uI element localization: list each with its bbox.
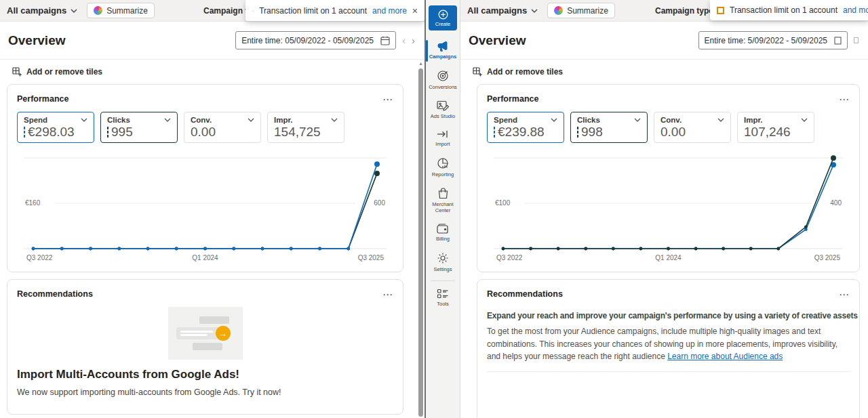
campaign-scope-dropdown[interactable]: All campaigns [7,5,77,16]
scrollbar-thumb[interactable] [418,68,423,417]
metric-tile-clicks[interactable]: Clicks 995 [100,112,178,143]
close-icon[interactable]: × [412,6,418,16]
topbar: All campaigns Summarize Campaign type: A… [0,0,425,22]
sidebar-item-label: Ads Studio [431,113,455,119]
metric-label: Clicks [107,116,130,124]
metric-label: Clicks [577,116,600,124]
copilot-icon [554,6,563,15]
metric-label: Impr. [274,116,292,124]
summarize-label: Summarize [567,6,608,16]
sidebar-item-merchant-center[interactable]: Merchant Center [426,183,460,219]
chevron-down-icon[interactable] [331,118,338,122]
metric-tile-spend[interactable]: Spend €298.03 [17,112,94,143]
sidebar-item-conversions[interactable]: Conversions [426,65,460,96]
sidebar-item-settings[interactable]: Settings [426,247,460,278]
image-pen-icon [437,100,449,111]
recommendation-heading: Expand your reach and improve your campa… [487,311,850,320]
performance-chart: €160600Q3 2022Q1 2024Q3 2025 [17,147,393,264]
performance-card-title: Performance [487,94,538,104]
metric-cursor [494,127,495,138]
metric-tile-impressions[interactable]: Impr. 107,246 [737,112,814,143]
notification-message: Transaction limit on 1 account [730,5,837,15]
svg-text:€100: €100 [495,199,511,207]
metric-tile-spend[interactable]: Spend €239.88 [487,112,564,143]
chevron-down-icon [71,9,77,13]
metric-tile-clicks[interactable]: Clicks 998 [570,112,648,143]
gear-icon [437,252,449,264]
date-range-controls: Entire time: 5/09/2022 - 5/09/2025 [698,31,859,49]
date-range-picker[interactable]: Entire time: 5/09/2022 - 5/09/2025 [698,31,848,49]
scroll-up-arrow[interactable]: ▲ [418,60,424,68]
learn-more-link[interactable]: Learn more about Audience ads [667,352,783,361]
notification-and-more-link[interactable]: and more [372,6,407,16]
recommendations-card: Recommendations ⋯ → Import Multi-Account… [7,279,403,415]
copilot-icon [94,6,102,15]
campaign-scope-label: All campaigns [7,5,66,16]
chevron-down-icon[interactable] [551,118,557,122]
card-divider [487,371,850,372]
metric-value: 0.00 [191,125,216,140]
recommendations-card-title: Recommendations [487,289,563,299]
recommendation-body-text: To get the most from your Audience campa… [487,327,837,361]
summarize-button[interactable]: Summarize [87,3,155,18]
add-or-remove-tiles-button[interactable]: Add or remove tiles [460,60,868,84]
svg-text:Q3 2025: Q3 2025 [358,254,384,262]
panel-left: All campaigns Summarize Campaign type: A… [0,0,425,418]
sidebar-item-ads-studio[interactable]: Ads Studio [426,96,460,125]
sidebar-item-label: Import [435,141,450,147]
metric-tile-conversions[interactable]: Conv. 0.00 [654,112,731,143]
more-menu-icon[interactable]: ⋯ [839,94,850,104]
megaphone-icon [437,41,450,51]
campaign-scope-dropdown[interactable]: All campaigns [467,5,538,16]
metric-label: Conv. [191,116,212,124]
performance-chart: €100400Q3 2022Q1 2024Q3 2025 [487,147,850,264]
metric-tiles: Spend €298.03 Clicks 995 Conv. 0.00 Impr… [17,112,393,143]
metric-tile-impressions[interactable]: Impr. 154,725 [267,112,344,143]
sidebar-item-tools[interactable]: Tools [426,284,460,312]
summarize-label: Summarize [106,6,148,16]
chevron-down-icon[interactable] [248,118,254,122]
recommendation-body: To get the most from your Audience campa… [487,325,850,363]
metric-cursor [107,127,108,138]
date-range-value: Entire time: 05/09/2022 - 05/09/2025 [241,36,374,45]
plus-circle-icon [438,9,448,20]
chevron-down-icon[interactable] [164,118,171,122]
chevron-down-icon[interactable] [801,118,808,122]
sidebar-item-label: Tools [437,301,449,307]
sidebar-item-import[interactable]: Import [426,125,460,152]
panel-right: All campaigns Summarize Campaign type: A… [460,0,868,418]
date-nav-cutoff[interactable] [854,37,859,43]
notification-banner: Transaction limit on 1 account and more … [245,0,425,21]
date-prev-button[interactable]: ‹ [402,35,406,45]
sidebar-item-reporting[interactable]: Reporting [426,152,460,183]
more-menu-icon[interactable]: ⋯ [839,289,850,299]
chevron-down-icon[interactable] [717,118,724,122]
notification-and-more-link[interactable]: and more [843,5,868,15]
add-tiles-label: Add or remove tiles [26,67,102,77]
page-header: Overview Entire time: 05/09/2022 - 05/09… [0,22,425,60]
performance-card: Performance ⋯ Spend €298.03 Clicks 995 C… [7,84,403,272]
sidebar-item-billing[interactable]: Billing [426,219,460,247]
sidebar-item-label: Billing [436,236,450,242]
summarize-button[interactable]: Summarize [547,3,615,18]
create-button[interactable]: Create [429,5,457,30]
date-range-value: Entire time: 5/09/2022 - 5/09/2025 [705,36,827,45]
date-next-button[interactable]: › [412,35,415,45]
sidebar-item-campaigns[interactable]: Campaigns [426,37,460,65]
metric-value: 0.00 [660,125,686,140]
more-menu-icon[interactable]: ⋯ [382,289,393,299]
add-or-remove-tiles-button[interactable]: Add or remove tiles [0,60,425,84]
target-icon [437,70,449,82]
grid-plus-icon [12,67,22,77]
metric-tile-conversions[interactable]: Conv. 0.00 [184,112,261,143]
campaign-scope-label: All campaigns [467,5,527,16]
recommendations-card-title: Recommendations [17,289,93,299]
chevron-down-icon[interactable] [634,118,641,122]
vertical-scrollbar: ▲ [418,60,424,418]
chevron-down-icon[interactable] [81,118,87,122]
metric-label: Impr. [744,116,762,124]
warning-icon [717,7,724,14]
metric-value: 998 [581,125,603,140]
date-range-picker[interactable]: Entire time: 05/09/2022 - 05/09/2025 [235,31,396,49]
more-menu-icon[interactable]: ⋯ [382,94,393,104]
